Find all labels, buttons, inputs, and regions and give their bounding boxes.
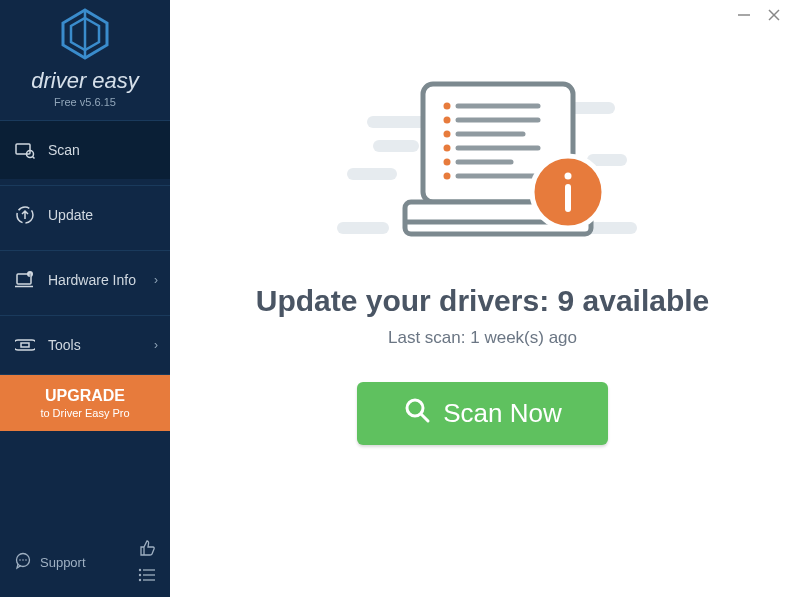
nav-item-hardware-info[interactable]: i Hardware Info › [0, 250, 170, 309]
thumbs-up-icon[interactable] [138, 539, 156, 560]
nav-item-update[interactable]: Update [0, 185, 170, 244]
svg-rect-14 [21, 343, 29, 347]
svg-point-36 [443, 159, 450, 166]
svg-rect-6 [16, 144, 30, 154]
tools-icon [14, 334, 36, 356]
headline-prefix: Update your drivers: [256, 284, 558, 317]
svg-rect-41 [565, 184, 571, 212]
sidebar-footer: Support [0, 527, 170, 597]
scan-button-label: Scan Now [443, 398, 562, 429]
close-button[interactable] [767, 8, 781, 22]
svg-point-16 [19, 559, 21, 561]
nav-item-scan[interactable]: Scan [0, 120, 170, 179]
svg-line-8 [33, 157, 35, 159]
last-scan-text: Last scan: 1 week(s) ago [388, 328, 577, 348]
svg-point-34 [443, 131, 450, 138]
headline: Update your drivers: 9 available [256, 284, 710, 318]
nav-label: Scan [48, 142, 80, 158]
app-logo-icon [0, 8, 170, 64]
nav-item-tools[interactable]: Tools › [0, 315, 170, 375]
hardware-icon: i [14, 269, 36, 291]
app-window: driver easy Free v5.6.15 Scan Update i [0, 0, 795, 597]
logo-area: driver easy Free v5.6.15 [0, 0, 170, 120]
svg-point-33 [443, 117, 450, 124]
update-icon [14, 204, 36, 226]
minimize-button[interactable] [737, 8, 751, 22]
brand-name: driver easy [0, 68, 170, 94]
svg-point-35 [443, 145, 450, 152]
support-label: Support [40, 555, 86, 570]
nav-label: Tools [48, 337, 81, 353]
list-menu-icon[interactable] [138, 568, 156, 585]
headline-suffix: available [574, 284, 709, 317]
upgrade-title: UPGRADE [8, 387, 162, 405]
svg-point-37 [443, 173, 450, 180]
support-button[interactable]: Support [14, 552, 86, 573]
scan-now-button[interactable]: Scan Now [357, 382, 608, 445]
footer-icons [138, 539, 156, 585]
last-scan-value: 1 week(s) ago [470, 328, 577, 347]
chevron-right-icon: › [154, 273, 158, 287]
svg-point-17 [22, 559, 24, 561]
upgrade-button[interactable]: UPGRADE to Driver Easy Pro [0, 375, 170, 431]
titlebar-controls [737, 0, 795, 30]
chat-icon [14, 552, 32, 573]
sidebar: driver easy Free v5.6.15 Scan Update i [0, 0, 170, 597]
svg-point-21 [139, 574, 141, 576]
svg-point-40 [564, 173, 571, 180]
nav-label: Update [48, 207, 93, 223]
svg-line-43 [421, 414, 428, 421]
nav-label: Hardware Info [48, 272, 136, 288]
svg-point-32 [443, 103, 450, 110]
main-content: Update your drivers: 9 available Last sc… [170, 0, 795, 597]
svg-text:i: i [29, 272, 30, 278]
search-icon [403, 396, 431, 431]
available-count: 9 [557, 284, 574, 317]
svg-point-19 [139, 569, 141, 571]
laptop-illustration [323, 62, 643, 266]
last-scan-prefix: Last scan: [388, 328, 470, 347]
app-version: Free v5.6.15 [0, 96, 170, 108]
svg-point-18 [25, 559, 27, 561]
upgrade-subtitle: to Driver Easy Pro [8, 407, 162, 419]
scan-icon [14, 139, 36, 161]
svg-point-23 [139, 579, 141, 581]
chevron-right-icon: › [154, 338, 158, 352]
nav-menu: Scan Update i Hardware Info › [0, 120, 170, 375]
